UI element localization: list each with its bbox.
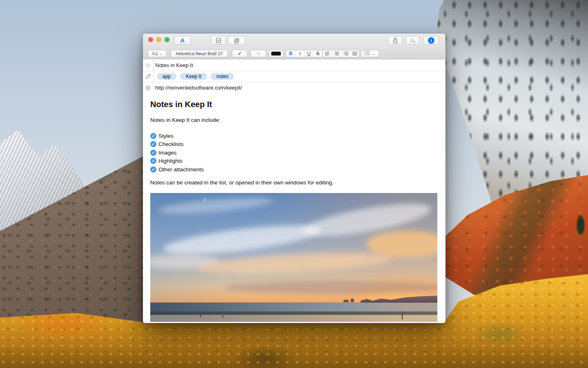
checklist-item: ✓ Images xyxy=(150,148,437,157)
photo-figure xyxy=(223,316,223,317)
checklist-checkbox[interactable]: ✓ xyxy=(150,166,156,173)
format-toggle-label: A xyxy=(180,37,185,44)
tags-field[interactable]: app Keep It notes xyxy=(154,73,234,80)
highlighter-icon: ✎ xyxy=(256,51,261,57)
tags-row: app Keep It notes xyxy=(143,71,445,82)
highlight-button[interactable]: ✎ xyxy=(251,50,266,57)
note-photo-attachment[interactable] xyxy=(150,193,437,322)
minimize-button[interactable] xyxy=(156,37,161,42)
format-bar: Aa ⌄ Helvetica Neue Bold 17 ✓ ✎ B I xyxy=(143,49,445,59)
plus-box-icon xyxy=(216,38,221,43)
checklist-label: Other attachments xyxy=(158,166,204,173)
close-button[interactable] xyxy=(148,37,153,42)
title-row: ☆ Notes in Keep It xyxy=(143,60,445,71)
style-menu-button[interactable]: Aa ⌄ xyxy=(148,50,167,57)
text-style-segment: B I U S xyxy=(286,50,323,57)
align-left-button[interactable] xyxy=(323,50,332,57)
title-field[interactable]: Notes in Keep It xyxy=(154,62,193,68)
tag-pill[interactable]: Keep It xyxy=(180,73,207,80)
add-checkbox-button[interactable] xyxy=(211,36,226,45)
metadata-fields: ☆ Notes in Keep It app Keep It notes @ h… xyxy=(143,60,445,94)
align-justify-button[interactable] xyxy=(350,50,359,57)
note-heading: Notes in Keep It xyxy=(150,99,437,109)
font-name-label: Helvetica Neue Bold 17 xyxy=(176,51,223,56)
text-color-well[interactable] xyxy=(269,50,283,57)
alignment-segment xyxy=(323,50,359,57)
url-row: @ http://reinventedsoftware.com/keepit/ xyxy=(143,82,445,94)
checklist-item: ✓ Styles xyxy=(150,132,437,140)
window-titlebar[interactable]: A @ i xyxy=(143,34,445,59)
checkmark-icon: ✓ xyxy=(238,51,242,56)
color-swatch xyxy=(271,52,281,56)
zoom-button[interactable] xyxy=(165,37,169,42)
photo-sea xyxy=(150,303,437,312)
app-window: A @ i xyxy=(143,34,445,323)
italic-button[interactable]: I xyxy=(295,50,304,57)
add-person-button[interactable] xyxy=(405,36,419,45)
photo-figure xyxy=(200,315,201,317)
desktop-wallpaper: A @ i xyxy=(0,0,588,368)
checklist-label: Images xyxy=(158,150,176,156)
info-button[interactable]: i xyxy=(423,36,439,45)
tag-icon xyxy=(143,71,154,82)
checklist-item: ✓ Other attachments xyxy=(150,165,437,174)
bullet-list-icon xyxy=(364,51,370,56)
traffic-lights xyxy=(148,37,169,42)
at-icon: @ xyxy=(143,82,154,93)
list-style-button[interactable]: ⌄ xyxy=(361,50,379,57)
share-button[interactable] xyxy=(388,36,402,45)
font-name-field[interactable]: Helvetica Neue Bold 17 xyxy=(171,50,228,57)
favorite-star-icon[interactable]: ☆ xyxy=(143,60,154,71)
photo-islet xyxy=(351,298,354,302)
checklist-checkbox[interactable]: ✓ xyxy=(150,150,156,156)
note-checklist: ✓ Styles ✓ Checklists ✓ Images ✓ Highlig… xyxy=(150,132,437,174)
url-field[interactable]: http://reinventedsoftware.com/keepit/ xyxy=(154,85,242,91)
checklist-button[interactable]: ✓ xyxy=(232,50,247,57)
photo-beach xyxy=(150,315,437,322)
checklist-label: Highlights xyxy=(158,158,183,164)
checklist-checkbox[interactable]: ✓ xyxy=(150,133,156,139)
chevron-down-icon: ⌄ xyxy=(159,52,163,55)
info-icon: i xyxy=(428,37,434,44)
style-menu-label: Aa xyxy=(151,51,158,56)
underline-button[interactable]: U xyxy=(304,50,313,57)
strikethrough-button[interactable]: S xyxy=(313,50,322,57)
wallpaper-conifer-right xyxy=(575,209,586,241)
checklist-label: Styles xyxy=(158,133,174,139)
tag-pill[interactable]: app xyxy=(157,73,176,80)
note-paragraph: Notes can be created in the list, or ope… xyxy=(150,179,437,186)
add-person-icon xyxy=(409,38,416,43)
note-intro: Notes in Keep It can include: xyxy=(150,117,437,124)
share-icon xyxy=(392,37,398,43)
at-symbol-icon: @ xyxy=(234,37,239,44)
tag-pill[interactable]: notes xyxy=(211,73,234,80)
chevron-down-icon: ⌄ xyxy=(372,52,375,55)
checklist-label: Checklists xyxy=(158,141,184,147)
checklist-checkbox[interactable]: ✓ xyxy=(150,158,156,164)
format-toggle-button[interactable]: A xyxy=(174,36,191,45)
bold-button[interactable]: B xyxy=(286,50,295,57)
checklist-item: ✓ Checklists xyxy=(150,140,437,149)
checklist-item: ✓ Highlights xyxy=(150,157,437,166)
align-right-button[interactable] xyxy=(341,50,350,57)
checklist-checkbox[interactable]: ✓ xyxy=(150,141,156,147)
align-center-button[interactable] xyxy=(332,50,341,57)
link-button[interactable]: @ xyxy=(228,36,245,45)
photo-post xyxy=(402,314,403,319)
photo-islet xyxy=(343,300,349,302)
